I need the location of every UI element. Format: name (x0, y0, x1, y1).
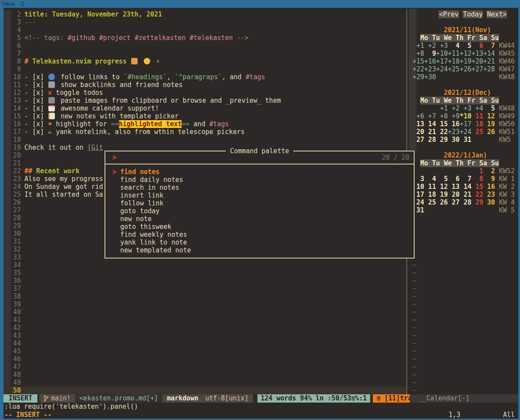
palette-prompt[interactable]: > 20 / 20 (105, 151, 414, 165)
calendar-day[interactable]: +17 (436, 57, 448, 65)
editor-line[interactable]: 9 (3, 65, 406, 73)
editor-line[interactable]: 35 (3, 269, 406, 277)
calendar-day[interactable]: 30 (483, 198, 495, 206)
editor-line[interactable]: 37 (3, 285, 406, 292)
calendar-day[interactable]: *10 (459, 112, 471, 120)
calendar-day[interactable]: +29 (412, 73, 424, 81)
calendar-day[interactable]: 13 (448, 183, 459, 191)
calendar-day[interactable]: 21 (424, 128, 436, 136)
editor-line[interactable]: 44 (3, 339, 406, 347)
editor-line[interactable]: 18 (3, 136, 406, 144)
editor-line[interactable]: 38 (3, 292, 406, 300)
calendar-day[interactable]: +24 (459, 128, 471, 136)
editor-line[interactable]: 50 (3, 386, 406, 394)
editor-line[interactable]: 14- [x] awesome calendar support! (3, 104, 406, 112)
calendar-day[interactable]: +23 (424, 65, 436, 73)
calendar-day[interactable]: 26 (436, 198, 448, 206)
calendar-nav-button[interactable]: <Prev (439, 10, 459, 18)
calendar-day[interactable]: 20 (412, 128, 424, 136)
calendar-day[interactable]: +10 (436, 50, 448, 57)
editor-line[interactable]: 2title: Tuesday, November 23th, 2021 (3, 10, 406, 18)
calendar-day[interactable]: 29 (436, 136, 448, 144)
calendar-day[interactable]: 16 (483, 183, 495, 191)
editor-line[interactable]: 42 (3, 324, 406, 332)
editor-line[interactable]: 5<!-- tags: #github #project #zettelkast… (3, 34, 406, 42)
palette-item[interactable]: find daily notes (105, 176, 414, 184)
editor-line[interactable]: 16- [x] ☀ highlight for ==highlighted te… (3, 120, 406, 128)
calendar-day[interactable]: 5 (459, 42, 471, 50)
editor-line[interactable]: 45 (3, 347, 406, 355)
editor-line[interactable]: 7 (3, 50, 406, 57)
editor-line[interactable]: 6 (3, 42, 406, 50)
calendar-day[interactable]: 12 (483, 112, 495, 120)
calendar-day[interactable]: +23 (448, 128, 459, 136)
editor-line[interactable]: 3--- (3, 18, 406, 26)
calendar-day[interactable]: 1 (471, 167, 483, 175)
calendar-day[interactable]: 30 (448, 136, 459, 144)
editor-line[interactable]: 39 (3, 300, 406, 308)
calendar-day[interactable]: 18 (424, 191, 436, 198)
palette-item[interactable]: yank link to note (105, 239, 414, 246)
calendar-day[interactable]: +15 (412, 57, 424, 65)
editor-line[interactable]: 48 (3, 371, 406, 379)
calendar-day[interactable]: 5 (436, 175, 448, 183)
calendar-day[interactable]: +9 (448, 112, 459, 120)
calendar-day[interactable]: 22 (436, 128, 448, 136)
calendar-day[interactable]: +26 (459, 65, 471, 73)
calendar-day[interactable]: 25 (471, 128, 483, 136)
calendar-day[interactable]: +25 (448, 65, 459, 73)
calendar-day[interactable]: +16 (424, 57, 436, 65)
calendar-day[interactable]: +30 (424, 73, 436, 81)
editor-line[interactable]: 17- [x] ✏ yank notelink, also from wthin… (3, 128, 406, 136)
calendar-day[interactable]: 19 (436, 191, 448, 198)
calendar-day[interactable]: +1 (412, 42, 424, 50)
calendar-nav-button[interactable]: Next> (486, 10, 507, 18)
calendar-day[interactable]: 9 (483, 175, 495, 183)
palette-item[interactable]: follow link (105, 199, 414, 207)
calendar-day[interactable]: 29 (471, 198, 483, 206)
calendar-day[interactable]: +2 (448, 104, 459, 112)
calendar-day[interactable]: +11 (448, 50, 459, 57)
calendar-day[interactable]: 9 (424, 50, 436, 57)
editor-line[interactable]: 15- [x] new notes with template picker (3, 112, 406, 120)
calendar-day[interactable]: +6 (412, 112, 424, 120)
calendar-day[interactable]: +8 (412, 50, 424, 57)
palette-item[interactable]: new note (105, 215, 414, 223)
calendar-day[interactable]: +3 (436, 42, 448, 50)
calendar-day[interactable]: 11 (424, 183, 436, 191)
editor-line[interactable]: 10- [x] follow links to `#headings`, `^p… (3, 73, 406, 81)
calendar-day[interactable]: +8 (436, 112, 448, 120)
editor-line[interactable]: 12- [x] ✘ toggle todos (3, 89, 406, 97)
calendar-day[interactable]: +7 (424, 112, 436, 120)
editor-line[interactable]: 46 (3, 355, 406, 363)
palette-item[interactable]: goto thisweek (105, 223, 414, 231)
calendar-day[interactable]: 13 (412, 120, 424, 128)
calendar-day[interactable]: 28 (424, 136, 436, 144)
calendar-day[interactable]: 27 (412, 136, 424, 144)
calendar-day[interactable]: +27 (471, 65, 483, 73)
editor-line[interactable]: 8# Telekasten.nvim progress ⚡ (3, 57, 406, 65)
calendar-day[interactable]: 7 (483, 42, 495, 50)
editor-line[interactable]: 41 (3, 316, 406, 324)
calendar-day[interactable]: +12 (459, 50, 471, 57)
editor-line[interactable]: 34 (3, 261, 406, 269)
palette-item[interactable]: new templated note (105, 246, 414, 254)
calendar-day[interactable]: 20 (448, 191, 459, 198)
calendar-day[interactable]: 31 (459, 136, 471, 144)
calendar-day[interactable]: 7 (459, 175, 471, 183)
calendar-day[interactable]: 4 (424, 175, 436, 183)
calendar-day[interactable]: 15 (436, 120, 448, 128)
editor-line[interactable]: 40 (3, 308, 406, 316)
calendar-day[interactable]: +20 (471, 57, 483, 65)
calendar-day[interactable]: 14 (459, 183, 471, 191)
calendar-day[interactable]: 26 (483, 128, 495, 136)
calendar-day[interactable]: 19 (483, 120, 495, 128)
editor-line[interactable]: 49 (3, 379, 406, 386)
calendar-day[interactable]: +28 (483, 65, 495, 73)
calendar-day[interactable]: 15 (471, 183, 483, 191)
calendar-day[interactable]: +14 (483, 50, 495, 57)
calendar-day[interactable]: 4 (448, 42, 459, 50)
calendar-day[interactable]: 25 (424, 198, 436, 206)
calendar-day[interactable]: 6 (448, 175, 459, 183)
calendar-day[interactable]: 28 (459, 198, 471, 206)
